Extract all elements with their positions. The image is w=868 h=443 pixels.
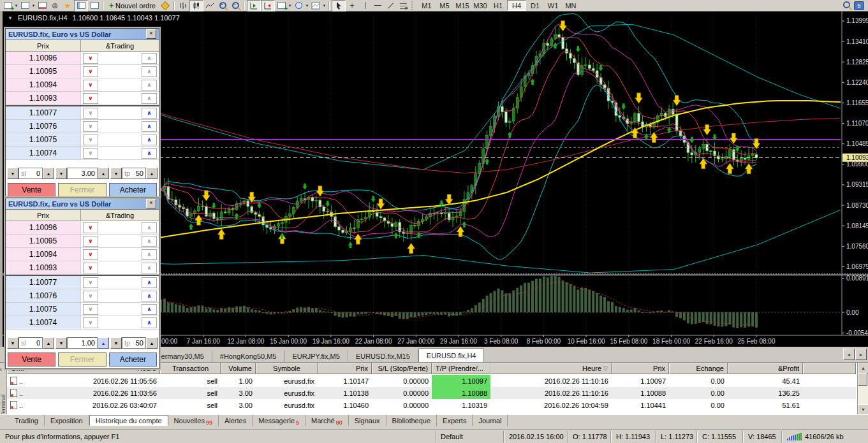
new-order-button[interactable]: + Nouvel ordre: [106, 1, 159, 11]
vertical-line-tool-icon[interactable]: [358, 1, 371, 11]
close-position-button[interactable]: Fermer: [58, 352, 106, 367]
cursor-arrow-icon[interactable]: [332, 0, 346, 11]
sell-chevron-icon[interactable]: ∨: [83, 66, 98, 77]
chart-shift-end-icon[interactable]: [261, 0, 275, 11]
sell-chevron-icon[interactable]: ∨: [83, 108, 98, 119]
tp-value[interactable]: 50: [136, 170, 143, 177]
buy-chevron-icon[interactable]: ∧: [142, 80, 157, 91]
volume-increase-button[interactable]: ▲: [98, 337, 109, 349]
auto-scroll-icon[interactable]: [247, 0, 261, 11]
buy-chevron-icon[interactable]: ∧: [142, 134, 157, 145]
candlestick-chart-type-icon[interactable]: [189, 0, 203, 11]
buy-chevron-icon[interactable]: ∧: [142, 291, 157, 301]
crosshair-tool-icon[interactable]: +: [346, 1, 358, 11]
buy-chevron-icon[interactable]: ∧: [142, 108, 157, 119]
column-header-price[interactable]: Prix: [318, 363, 372, 374]
timeframe-mn-button[interactable]: MN: [562, 1, 580, 10]
window-menu-icon[interactable]: ▼: [8, 15, 13, 21]
sl-value[interactable]: 0: [36, 339, 40, 347]
tp-decrease-button[interactable]: ▼: [110, 337, 122, 349]
column-header-close-price[interactable]: Prix: [612, 363, 669, 374]
buy-chevron-icon[interactable]: ∧: [142, 66, 157, 77]
buy-chevron-icon[interactable]: ∧: [142, 304, 157, 315]
status-profile[interactable]: Default: [436, 431, 504, 442]
tabs-scroll-left-icon[interactable]: ◄: [843, 349, 855, 360]
tab-hongkong50[interactable]: #HongKong50,M5: [212, 351, 285, 362]
crosshair-circle-icon[interactable]: ⊕: [48, 1, 61, 11]
sl-decrease-button[interactable]: ▼: [7, 337, 18, 349]
dialog-title-bar[interactable]: EURUSD.fix, Euro vs US Dollar ×: [6, 198, 159, 210]
tab-exposition[interactable]: Exposition: [45, 415, 89, 426]
objects-icon[interactable]: [159, 1, 172, 11]
new-chart-icon[interactable]: +: [1, 1, 14, 11]
column-header-tp[interactable]: T/P (Prendre/...: [432, 363, 490, 374]
sl-increase-button[interactable]: ▲: [43, 168, 54, 179]
buy-chevron-icon[interactable]: ∧: [142, 93, 157, 104]
profiles-icon[interactable]: [36, 1, 48, 11]
indicators-icon[interactable]: +: [275, 1, 288, 11]
tab-bibliotheque[interactable]: Bibliotheque: [386, 415, 438, 426]
volume-increase-button[interactable]: ▲: [98, 168, 109, 179]
timeframe-m1-button[interactable]: M1: [418, 1, 436, 10]
new-chart-caret-icon[interactable]: ▾: [14, 3, 18, 8]
column-header-swap[interactable]: Echange: [669, 363, 728, 374]
volume-value[interactable]: 1.00: [82, 339, 95, 347]
periods-caret-icon[interactable]: ▾: [305, 3, 309, 8]
scrollbar-thumb[interactable]: [858, 373, 867, 386]
zoom-in-icon[interactable]: +: [216, 1, 229, 11]
sl-increase-button[interactable]: ▲: [43, 337, 54, 349]
sell-chevron-icon[interactable]: ∨: [83, 222, 98, 233]
tabs-scroll-right-icon[interactable]: ►: [855, 349, 867, 360]
column-header-sl[interactable]: S/L (Stop/Perte): [372, 363, 432, 374]
dialog-title-bar[interactable]: EURUSD.fix, Euro vs US Dollar ×: [6, 29, 159, 40]
tab-eurusd-m15[interactable]: EURUSD.fix,M15: [348, 351, 418, 362]
sell-chevron-icon[interactable]: ∨: [83, 53, 98, 64]
line-chart-type-icon[interactable]: [203, 1, 216, 11]
data-window-icon[interactable]: [74, 0, 88, 11]
sell-chevron-icon[interactable]: ∨: [83, 148, 98, 159]
buy-chevron-icon[interactable]: ∧: [142, 222, 157, 233]
sell-chevron-icon[interactable]: ∨: [83, 93, 98, 104]
tp-decrease-button[interactable]: ▼: [110, 168, 122, 179]
chart-shift-icon[interactable]: [88, 1, 101, 11]
window-layout-caret-icon[interactable]: ▾: [31, 3, 36, 8]
timeframe-w1-button[interactable]: W1: [544, 1, 562, 10]
search-icon[interactable]: [843, 1, 850, 10]
history-row[interactable]: .. 2016.02.26 03:40:07 sell 3.00 eurusd.…: [7, 399, 856, 411]
sell-chevron-icon[interactable]: ∨: [83, 134, 98, 145]
templates-icon[interactable]: [309, 1, 322, 11]
indicators-caret-icon[interactable]: ▾: [288, 3, 292, 8]
tab-alertes[interactable]: Alertes: [219, 415, 253, 426]
sell-chevron-icon[interactable]: ∨: [83, 121, 98, 132]
terminal-close-icon[interactable]: x: [0, 367, 2, 372]
scroll-down-icon[interactable]: ▼: [858, 404, 868, 415]
buy-chevron-icon[interactable]: ∧: [142, 277, 157, 288]
history-row[interactable]: .. 2016.02.26 11:03:56 sell 3.00 eurusd.…: [7, 387, 856, 399]
toolbar-grip[interactable]: [411, 1, 416, 10]
buy-chevron-icon[interactable]: ∧: [142, 236, 157, 247]
timeframe-d1-button[interactable]: D1: [526, 1, 544, 10]
buy-chevron-icon[interactable]: ∧: [142, 121, 157, 132]
volume-value[interactable]: 3.00: [82, 170, 95, 177]
scroll-up-icon[interactable]: ▲: [858, 363, 868, 374]
timeframe-m15-button[interactable]: M15: [453, 1, 471, 10]
buy-chevron-icon[interactable]: ∧: [142, 317, 157, 328]
tab-messagerie[interactable]: Messagerie5: [253, 415, 305, 426]
history-row[interactable]: .. 2016.02.26 11:05:56 sell 1.00 eurusd.…: [7, 375, 856, 387]
sell-chevron-icon[interactable]: ∨: [83, 291, 98, 301]
tab-nouvelles[interactable]: Nouvelles99: [168, 415, 219, 426]
volume-decrease-button[interactable]: ▼: [55, 168, 67, 179]
terminal-scrollbar[interactable]: ▲ ▼: [857, 363, 868, 415]
tp-increase-button[interactable]: ▲: [146, 337, 158, 349]
sell-button[interactable]: Vente: [8, 183, 55, 197]
sell-chevron-icon[interactable]: ∨: [83, 236, 98, 247]
notifications-badge[interactable]: 5: [854, 1, 864, 10]
close-icon[interactable]: ×: [146, 29, 156, 39]
sell-chevron-icon[interactable]: ∨: [83, 80, 98, 91]
close-icon[interactable]: ×: [146, 199, 156, 208]
sl-decrease-button[interactable]: ▼: [7, 168, 18, 179]
buy-chevron-icon[interactable]: ∧: [142, 148, 157, 159]
tab-trading[interactable]: Trading: [9, 415, 45, 426]
tp-increase-button[interactable]: ▲: [146, 168, 158, 179]
bar-chart-type-icon[interactable]: [177, 1, 189, 11]
